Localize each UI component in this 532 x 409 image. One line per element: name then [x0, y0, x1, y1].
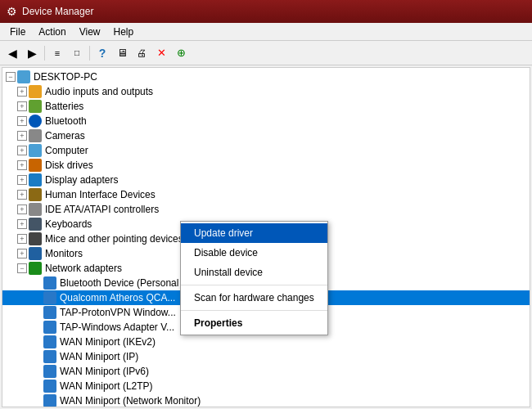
computer-icon [17, 70, 30, 83]
tree-item-hid[interactable]: +Human Interface Devices [2, 187, 530, 202]
tree-item-label-cameras: Cameras [45, 130, 85, 142]
tree-item-label-root: DESKTOP-PC [34, 71, 97, 83]
tree-item-label-bluetooth: Bluetooth [45, 115, 87, 127]
camera-icon [29, 129, 42, 142]
tree-item-computer[interactable]: +Computer [2, 143, 530, 158]
netadapter-icon [43, 380, 56, 393]
tree-item-label-wanikev2: WAN Miniport (IKEv2) [60, 336, 156, 348]
title-bar: ⚙ Device Manager [0, 0, 532, 23]
expand-btn-computer[interactable]: + [17, 146, 27, 155]
expand-btn-networkadapters[interactable]: − [17, 263, 27, 273]
tree-item-label-monitors: Monitors [45, 248, 83, 259]
tree-item-label-computer: Computer [45, 145, 88, 156]
display-icon [29, 173, 42, 187]
expand-btn-batteries[interactable]: + [17, 101, 27, 111]
netadapter-icon [43, 350, 56, 363]
expand-btn-displayadapters[interactable]: + [17, 175, 27, 185]
toolbar: ◀ ▶ ≡ □ ? 🖥 🖨 ✕ ⊕ [0, 41, 532, 65]
tree-item-label-ide: IDE ATA/ATAPI controllers [45, 204, 159, 215]
ctx-item-disable-device[interactable]: Disable device [181, 243, 327, 263]
mice-icon [29, 232, 42, 245]
tree-item-bluetooth[interactable]: +Bluetooth [2, 114, 530, 128]
computer-icon [29, 144, 42, 157]
expand-placeholder [32, 396, 42, 406]
tree-item-root[interactable]: −DESKTOP-PC [2, 70, 530, 84]
netadapter-icon [43, 321, 56, 334]
toolbar-back[interactable]: ◀ [3, 44, 21, 62]
ctx-item-scan-for-hardware-changes[interactable]: Scan for hardware changes [181, 288, 327, 308]
tree-item-ide[interactable]: +IDE ATA/ATAPI controllers [2, 202, 530, 217]
expand-placeholder [32, 278, 42, 288]
audio-icon [29, 85, 42, 98]
menu-file[interactable]: File [3, 25, 32, 39]
tree-item-wanikev2[interactable]: WAN Miniport (IKEv2) [2, 335, 530, 349]
toolbar-delete[interactable]: ✕ [152, 44, 170, 62]
expand-placeholder [32, 352, 42, 362]
netadapter-icon [43, 394, 56, 407]
tree-item-audio[interactable]: +Audio inputs and outputs [2, 84, 530, 99]
tree-item-label-keyboards: Keyboards [45, 218, 92, 230]
expand-btn-bluetooth[interactable]: + [17, 116, 27, 126]
tree-item-wanipv6[interactable]: WAN Miniport (IPv6) [2, 364, 530, 379]
ctx-item-update-driver[interactable]: Update driver [181, 223, 327, 243]
expand-btn-mice[interactable]: + [17, 234, 27, 244]
menu-view[interactable]: View [73, 25, 107, 39]
bluetooth-icon [29, 115, 42, 128]
tree-item-label-tapproton: TAP-ProtonVPN Window... [60, 307, 176, 318]
tree-item-cameras[interactable]: +Cameras [2, 128, 530, 143]
tree-item-label-wanl2tp: WAN Miniport (L2TP) [60, 380, 153, 392]
menu-action[interactable]: Action [32, 25, 72, 39]
tree-item-label-qualcomm: Qualcomm Atheros QCA... [60, 292, 175, 303]
expand-btn-hid[interactable]: + [17, 190, 27, 200]
ide-icon [29, 203, 42, 216]
toolbar-display[interactable]: 🖥 [113, 44, 131, 62]
tree-item-label-batteries: Batteries [45, 101, 83, 112]
expand-btn-keyboards[interactable]: + [17, 219, 27, 229]
toolbar-scan[interactable]: ⊕ [172, 44, 190, 62]
tree-item-displayadapters[interactable]: +Display adapters [2, 173, 530, 187]
tree-item-label-audio: Audio inputs and outputs [45, 86, 153, 97]
toolbar-forward[interactable]: ▶ [23, 44, 41, 62]
expand-btn-audio[interactable]: + [17, 87, 27, 97]
monitor-icon [29, 247, 42, 260]
menu-help[interactable]: Help [107, 25, 141, 39]
tree-item-diskdrives[interactable]: +Disk drives [2, 158, 530, 173]
context-menu: Update driverDisable deviceUninstall dev… [180, 221, 328, 335]
ctx-item-properties[interactable]: Properties [181, 313, 327, 333]
tree-item-label-diskdrives: Disk drives [45, 160, 93, 171]
expand-btn-monitors[interactable]: + [17, 249, 27, 258]
tree-item-wanip[interactable]: WAN Miniport (IP) [2, 349, 530, 364]
netadapter-icon [43, 335, 56, 348]
netadapter-icon [43, 365, 56, 378]
toolbar-properties[interactable]: □ [68, 44, 86, 62]
tree-item-wannetmon[interactable]: WAN Miniport (Network Monitor) [2, 393, 530, 407]
battery-icon [29, 100, 42, 113]
ctx-separator [181, 310, 327, 311]
tree-item-wanl2tp[interactable]: WAN Miniport (L2TP) [2, 379, 530, 393]
expand-placeholder [32, 381, 42, 391]
expand-placeholder [32, 308, 42, 317]
expand-btn-cameras[interactable]: + [17, 131, 27, 141]
title-bar-icon: ⚙ [7, 5, 17, 18]
ctx-separator [181, 285, 327, 285]
expand-btn-diskdrives[interactable]: + [17, 160, 27, 170]
toolbar-help[interactable]: ? [93, 44, 111, 62]
netadapter-icon [43, 306, 56, 319]
expand-placeholder [32, 366, 42, 376]
disk-icon [29, 159, 42, 172]
expand-btn-ide[interactable]: + [17, 204, 27, 214]
tree-item-label-mice: Mice and other pointing devices [45, 233, 183, 245]
expand-btn-root[interactable]: − [6, 72, 16, 82]
tree-item-label-tapwindows: TAP-Windows Adapter V... [60, 321, 174, 333]
tree-item-batteries[interactable]: +Batteries [2, 99, 530, 114]
toolbar-print[interactable]: 🖨 [133, 44, 151, 62]
tree-item-label-wannetmon: WAN Miniport (Network Monitor) [60, 395, 201, 407]
netadapter-icon [43, 291, 56, 304]
expand-placeholder [32, 293, 42, 303]
tree-item-label-displayadapters: Display adapters [45, 174, 118, 186]
network-icon [29, 262, 42, 275]
toolbar-list[interactable]: ≡ [48, 44, 66, 62]
netadapter-icon [43, 276, 56, 290]
expand-placeholder [32, 337, 42, 347]
ctx-item-uninstall-device[interactable]: Uninstall device [181, 263, 327, 282]
